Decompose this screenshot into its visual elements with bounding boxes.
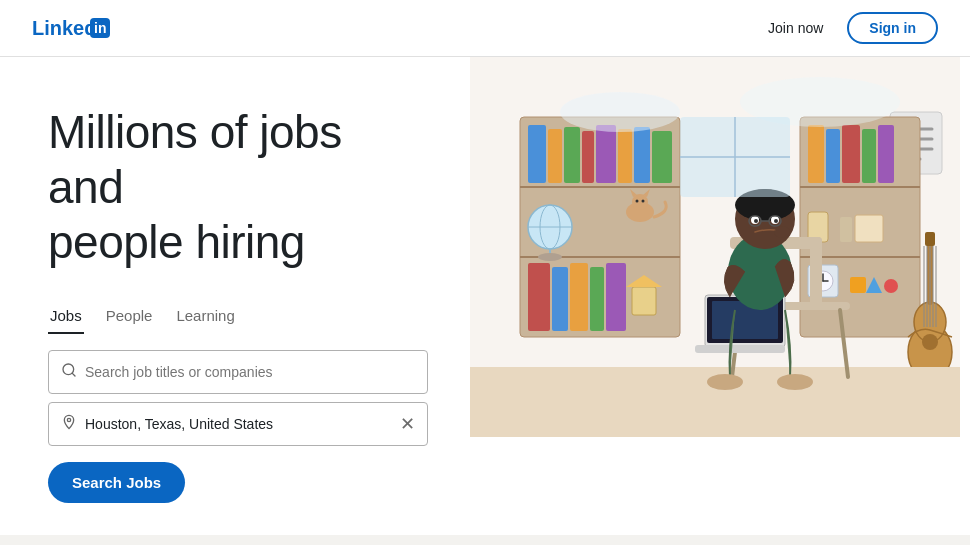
hero-section: Millions of jobs and people hiring Jobs … bbox=[0, 57, 970, 535]
svg-point-33 bbox=[642, 200, 645, 203]
svg-rect-35 bbox=[552, 267, 568, 331]
search-icon bbox=[61, 362, 77, 382]
clear-location-button[interactable]: ✕ bbox=[400, 415, 415, 433]
svg-rect-18 bbox=[582, 131, 594, 183]
search-form: ✕ Search Jobs bbox=[48, 350, 428, 503]
svg-rect-56 bbox=[842, 125, 860, 183]
svg-point-53 bbox=[922, 334, 938, 350]
svg-rect-38 bbox=[606, 263, 626, 331]
svg-point-27 bbox=[538, 253, 562, 261]
search-input[interactable] bbox=[85, 364, 415, 380]
svg-rect-47 bbox=[925, 232, 935, 246]
illustration-svg bbox=[460, 57, 970, 437]
svg-rect-37 bbox=[590, 267, 604, 331]
svg-point-91 bbox=[777, 374, 813, 390]
search-jobs-button[interactable]: Search Jobs bbox=[48, 462, 185, 503]
svg-text:in: in bbox=[94, 20, 106, 36]
tab-jobs[interactable]: Jobs bbox=[48, 299, 84, 334]
svg-point-5 bbox=[67, 418, 70, 421]
location-input[interactable] bbox=[85, 416, 400, 432]
svg-point-84 bbox=[754, 219, 758, 223]
tab-nav: Jobs People Learning bbox=[48, 299, 428, 334]
tab-learning[interactable]: Learning bbox=[174, 299, 236, 334]
svg-rect-19 bbox=[596, 125, 616, 183]
bottom-section: Find the right job or internship for you… bbox=[0, 535, 970, 545]
svg-point-32 bbox=[636, 200, 639, 203]
header: Linked in Join now Sign in bbox=[0, 0, 970, 57]
svg-line-4 bbox=[72, 373, 75, 376]
hero-illustration bbox=[460, 57, 970, 437]
location-icon bbox=[61, 414, 77, 434]
svg-rect-78 bbox=[695, 345, 785, 353]
svg-rect-16 bbox=[548, 129, 562, 183]
join-now-button[interactable]: Join now bbox=[756, 14, 835, 42]
svg-point-85 bbox=[774, 219, 778, 223]
svg-rect-55 bbox=[826, 129, 840, 183]
svg-rect-58 bbox=[878, 125, 894, 183]
linkedin-logo: Linked in bbox=[32, 18, 116, 39]
svg-rect-22 bbox=[652, 131, 672, 183]
svg-point-92 bbox=[560, 92, 680, 132]
svg-rect-54 bbox=[808, 125, 824, 183]
svg-point-89 bbox=[774, 226, 790, 238]
header-actions: Join now Sign in bbox=[756, 12, 938, 44]
svg-point-29 bbox=[632, 194, 648, 210]
svg-rect-39 bbox=[632, 287, 656, 315]
svg-text:Linked: Linked bbox=[32, 18, 96, 39]
svg-rect-21 bbox=[634, 127, 650, 183]
job-search-wrap bbox=[48, 350, 428, 394]
hero-left: Millions of jobs and people hiring Jobs … bbox=[0, 57, 460, 535]
svg-rect-66 bbox=[850, 277, 866, 293]
tab-people[interactable]: People bbox=[104, 299, 155, 334]
svg-rect-15 bbox=[528, 125, 546, 183]
svg-rect-17 bbox=[564, 127, 580, 183]
svg-rect-68 bbox=[884, 279, 898, 293]
sign-in-button[interactable]: Sign in bbox=[847, 12, 938, 44]
location-wrap: ✕ bbox=[48, 402, 428, 446]
svg-rect-60 bbox=[840, 217, 852, 242]
svg-point-90 bbox=[707, 374, 743, 390]
svg-rect-36 bbox=[570, 263, 588, 331]
hero-title: Millions of jobs and people hiring bbox=[48, 105, 428, 271]
svg-rect-20 bbox=[618, 129, 632, 183]
svg-rect-61 bbox=[855, 215, 883, 242]
logo-container: Linked in bbox=[32, 18, 116, 39]
svg-rect-34 bbox=[528, 263, 550, 331]
svg-rect-57 bbox=[862, 129, 876, 183]
